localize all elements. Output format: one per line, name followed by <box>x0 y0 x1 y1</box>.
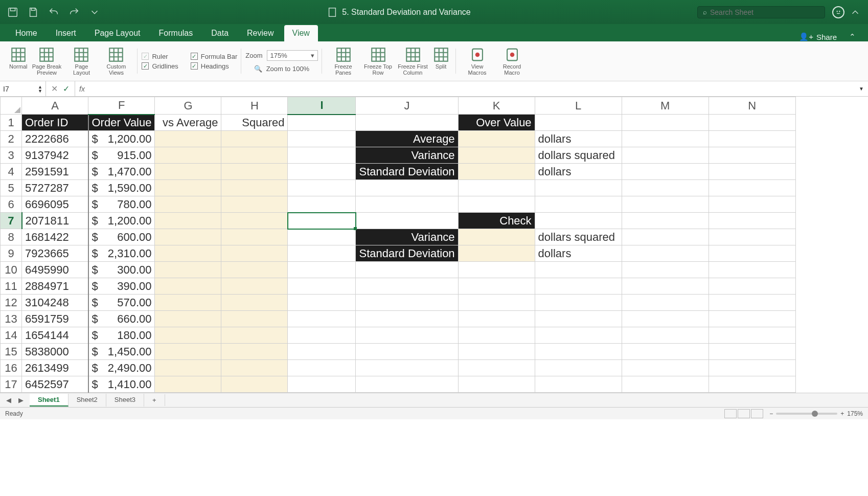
cell-K3[interactable] <box>458 147 535 164</box>
cell-G14[interactable] <box>155 327 221 344</box>
confirm-icon[interactable]: ✓ <box>63 84 70 94</box>
col-header-F[interactable]: F <box>88 97 155 115</box>
cell-I6[interactable] <box>288 196 356 213</box>
cell-I7[interactable] <box>288 213 356 229</box>
cell-A12[interactable]: 3104248 <box>22 295 88 311</box>
cell-J7[interactable] <box>356 213 458 229</box>
cell-J4[interactable]: Standard Deviation <box>356 164 458 180</box>
row-header-6[interactable]: 6 <box>1 196 22 213</box>
cell-F9[interactable]: $2,310.00 <box>88 245 155 262</box>
cell-I4[interactable] <box>288 164 356 180</box>
cell-K7[interactable]: Check <box>458 213 535 229</box>
col-header-N[interactable]: N <box>709 97 795 115</box>
cell-N13[interactable] <box>709 311 795 327</box>
custom-views-button[interactable]: Custom Views <box>99 46 133 77</box>
tab-home[interactable]: Home <box>7 25 45 41</box>
cell-J2[interactable]: Average <box>356 131 458 147</box>
cell-A17[interactable]: 6452597 <box>22 376 88 393</box>
cell-N10[interactable] <box>709 262 795 278</box>
cell-L8[interactable]: dollars squared <box>535 229 622 245</box>
cell-I3[interactable] <box>288 147 356 164</box>
row-header-3[interactable]: 3 <box>1 147 22 164</box>
cell-I17[interactable] <box>288 376 356 393</box>
sheet-tab-sheet2[interactable]: Sheet2 <box>68 394 106 407</box>
freeze-first-column-button[interactable]: Freeze First Column <box>396 46 430 77</box>
cell-M9[interactable] <box>622 245 709 262</box>
col-header-H[interactable]: H <box>221 97 288 115</box>
tab-insert[interactable]: Insert <box>48 25 84 41</box>
cell-A14[interactable]: 1654144 <box>22 327 88 344</box>
cell-H5[interactable] <box>221 180 288 196</box>
cell-N15[interactable] <box>709 344 795 360</box>
cell-N16[interactable] <box>709 360 795 376</box>
cell-F5[interactable]: $1,590.00 <box>88 180 155 196</box>
cell-K12[interactable] <box>458 295 535 311</box>
cell-M14[interactable] <box>622 327 709 344</box>
row-header-10[interactable]: 10 <box>1 262 22 278</box>
cell-I16[interactable] <box>288 360 356 376</box>
col-header-I[interactable]: I <box>288 97 356 115</box>
page-layout-button[interactable]: Page Layout <box>64 46 99 77</box>
cell-K9[interactable] <box>458 245 535 262</box>
cell-K16[interactable] <box>458 360 535 376</box>
cell-H10[interactable] <box>221 262 288 278</box>
cell-N14[interactable] <box>709 327 795 344</box>
cell-A15[interactable]: 5838000 <box>22 344 88 360</box>
cell-J5[interactable] <box>356 180 458 196</box>
row-header-12[interactable]: 12 <box>1 295 22 311</box>
cell-F15[interactable]: $1,450.00 <box>88 344 155 360</box>
cell-H16[interactable] <box>221 360 288 376</box>
cell-K1[interactable]: Over Value <box>458 115 535 131</box>
cell-A11[interactable]: 2884971 <box>22 278 88 295</box>
collapse-ribbon-icon[interactable] <box>850 7 861 18</box>
formula-bar-checkbox[interactable]: ✓Formula Bar <box>191 52 238 61</box>
cell-H17[interactable] <box>221 376 288 393</box>
cell-M12[interactable] <box>622 295 709 311</box>
cell-J8[interactable]: Variance <box>356 229 458 245</box>
cell-N12[interactable] <box>709 295 795 311</box>
cell-N6[interactable] <box>709 196 795 213</box>
cell-F1[interactable]: Order Value <box>88 115 155 131</box>
row-header-17[interactable]: 17 <box>1 376 22 393</box>
cell-F11[interactable]: $390.00 <box>88 278 155 295</box>
cell-N11[interactable] <box>709 278 795 295</box>
cell-N5[interactable] <box>709 180 795 196</box>
cell-I8[interactable] <box>288 229 356 245</box>
cell-A13[interactable]: 6591759 <box>22 311 88 327</box>
cell-M2[interactable] <box>622 131 709 147</box>
cell-G16[interactable] <box>155 360 221 376</box>
search-input[interactable] <box>710 8 819 16</box>
cell-M7[interactable] <box>622 213 709 229</box>
cell-M6[interactable] <box>622 196 709 213</box>
cell-I12[interactable] <box>288 295 356 311</box>
freeze-top-row-button[interactable]: Freeze Top Row <box>361 46 396 77</box>
cell-G12[interactable] <box>155 295 221 311</box>
row-header-7[interactable]: 7 <box>1 213 22 229</box>
row-header-13[interactable]: 13 <box>1 311 22 327</box>
undo-icon[interactable] <box>48 7 59 18</box>
cell-I11[interactable] <box>288 278 356 295</box>
cell-A4[interactable]: 2591591 <box>22 164 88 180</box>
cell-F3[interactable]: $915.00 <box>88 147 155 164</box>
cell-J1[interactable] <box>356 115 458 131</box>
cell-H15[interactable] <box>221 344 288 360</box>
cell-K13[interactable] <box>458 311 535 327</box>
cell-H14[interactable] <box>221 327 288 344</box>
cell-A10[interactable]: 6495990 <box>22 262 88 278</box>
cell-F10[interactable]: $300.00 <box>88 262 155 278</box>
cell-G11[interactable] <box>155 278 221 295</box>
cell-N3[interactable] <box>709 147 795 164</box>
cell-A9[interactable]: 7923665 <box>22 245 88 262</box>
cell-G17[interactable] <box>155 376 221 393</box>
cell-H12[interactable] <box>221 295 288 311</box>
tab-formulas[interactable]: Formulas <box>151 25 201 41</box>
cell-N7[interactable] <box>709 213 795 229</box>
cell-N17[interactable] <box>709 376 795 393</box>
freeze-panes-button[interactable]: Freeze Panes <box>326 46 361 77</box>
cell-J14[interactable] <box>356 327 458 344</box>
cell-M3[interactable] <box>622 147 709 164</box>
cell-K14[interactable] <box>458 327 535 344</box>
gridlines-checkbox[interactable]: ✓Gridlines <box>142 61 178 71</box>
cell-L2[interactable]: dollars <box>535 131 622 147</box>
cell-J6[interactable] <box>356 196 458 213</box>
